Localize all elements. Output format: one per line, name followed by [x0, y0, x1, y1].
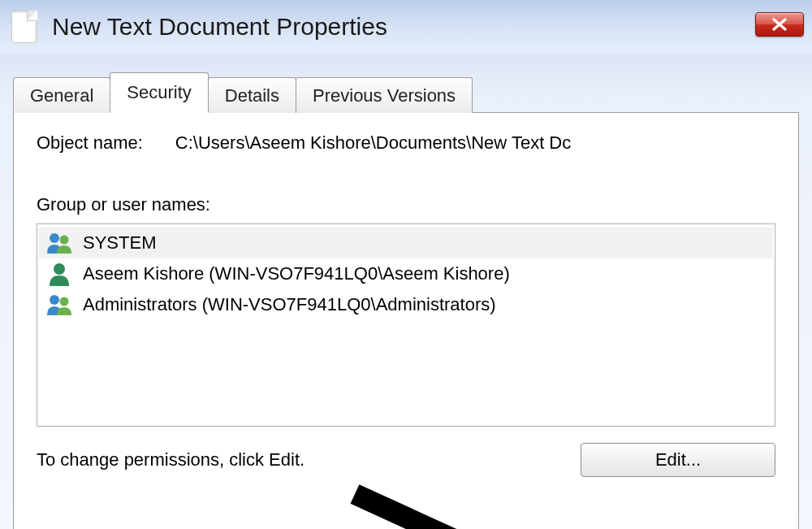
tab-security[interactable]: Security	[110, 72, 208, 113]
svg-point-4	[60, 297, 69, 306]
close-icon	[771, 17, 788, 32]
tab-general[interactable]: General	[13, 77, 110, 113]
tab-page-security: Object name: C:\Users\Aseem Kishore\Docu…	[13, 112, 799, 529]
window-title: New Text Document Properties	[52, 13, 755, 41]
tab-previous-versions[interactable]: Previous Versions	[296, 77, 473, 113]
tab-strip: General Security Details Previous Versio…	[13, 72, 799, 112]
edit-hint: To change permissions, click Edit.	[37, 449, 581, 470]
svg-point-1	[60, 236, 69, 245]
group-icon	[45, 231, 73, 255]
list-item[interactable]: Aseem Kishore (WIN-VSO7F941LQ0\Aseem Kis…	[39, 258, 773, 289]
file-icon	[11, 11, 37, 43]
group-icon	[45, 293, 73, 317]
svg-point-0	[50, 233, 59, 243]
user-icon	[45, 262, 73, 286]
edit-button[interactable]: Edit...	[581, 443, 775, 477]
svg-point-2	[54, 263, 65, 275]
object-name-label: Object name:	[37, 132, 143, 154]
list-item[interactable]: SYSTEM	[39, 228, 773, 258]
tab-details[interactable]: Details	[208, 77, 296, 113]
list-item-label: Administrators (WIN-VSO7F941LQ0\Administ…	[83, 294, 496, 315]
object-name-value: C:\Users\Aseem Kishore\Documents\New Tex…	[175, 132, 571, 154]
edit-row: To change permissions, click Edit. Edit.…	[37, 443, 775, 477]
list-item-label: SYSTEM	[83, 232, 156, 254]
list-item-label: Aseem Kishore (WIN-VSO7F941LQ0\Aseem Kis…	[83, 263, 510, 284]
title-bar: New Text Document Properties	[0, 0, 812, 54]
dialog-body: General Security Details Previous Versio…	[0, 54, 812, 529]
group-user-label: Group or user names:	[37, 194, 775, 215]
svg-point-3	[50, 295, 59, 305]
principals-listbox[interactable]: SYSTEM Aseem Kishore (WIN-VSO7F941LQ0\As…	[37, 223, 775, 427]
object-name-row: Object name: C:\Users\Aseem Kishore\Docu…	[37, 132, 775, 154]
close-button[interactable]	[755, 12, 804, 37]
list-item[interactable]: Administrators (WIN-VSO7F941LQ0\Administ…	[39, 289, 773, 320]
annotation-arrow-icon	[339, 483, 582, 529]
